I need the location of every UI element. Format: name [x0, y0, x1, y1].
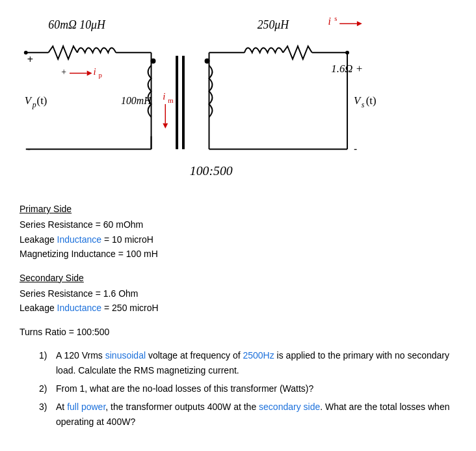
- svg-point-30: [151, 59, 156, 64]
- svg-text:(t): (t): [366, 94, 377, 107]
- secondary-leakage-highlight: Inductance: [57, 303, 102, 313]
- q1-num: 1): [39, 348, 52, 377]
- svg-text:100:500: 100:500: [190, 163, 233, 178]
- svg-text:250μH: 250μH: [258, 18, 290, 31]
- primary-leakage-inductance: Leakage Inductance = 10 microH: [20, 232, 456, 247]
- question-2: 2) From 1, what are the no-load losses o…: [39, 381, 456, 396]
- svg-text:V: V: [25, 94, 33, 107]
- q3-num: 3): [39, 400, 52, 429]
- q3-text: At full power, the transformer outputs 4…: [56, 400, 456, 429]
- secondary-side-heading: Secondary Side: [20, 271, 456, 285]
- q1-text: A 120 Vrms sinusoidal voltage at frequen…: [56, 348, 456, 377]
- text-section: Primary Side Series Resistance = 60 mOhm…: [13, 202, 463, 429]
- q2-num: 2): [39, 381, 52, 396]
- turns-ratio-label: Turns Ratio = 100:500: [20, 325, 456, 339]
- secondary-series-resistance: Series Resistance = 1.6 Ohm: [20, 286, 456, 301]
- primary-magnetizing-inductance: Magnetizing Inductance = 100 mH: [20, 247, 456, 261]
- primary-side-section: Primary Side Series Resistance = 60 mOhm…: [20, 202, 456, 262]
- svg-text:p: p: [98, 71, 101, 79]
- turns-ratio-section: Turns Ratio = 100:500: [20, 325, 456, 339]
- svg-text:V: V: [354, 94, 362, 107]
- svg-text:i: i: [94, 66, 96, 77]
- svg-text:(t): (t): [37, 94, 47, 107]
- svg-text:60mΩ  10μH: 60mΩ 10μH: [48, 18, 106, 31]
- circuit-diagram: 60mΩ 10μH 250μH i s + i p V p (t): [13, 7, 463, 195]
- svg-text:s: s: [362, 100, 365, 109]
- questions-section: 1) A 120 Vrms sinusoidal voltage at freq…: [20, 348, 456, 429]
- svg-text:i: i: [163, 91, 165, 102]
- svg-marker-22: [163, 124, 168, 129]
- svg-text:100mH: 100mH: [121, 95, 152, 106]
- primary-side-heading: Primary Side: [20, 202, 456, 216]
- svg-text:m: m: [168, 96, 174, 104]
- secondary-side-section: Secondary Side Series Resistance = 1.6 O…: [20, 271, 456, 316]
- question-3: 3) At full power, the transformer output…: [39, 400, 456, 429]
- svg-text:i: i: [328, 16, 330, 27]
- svg-marker-12: [87, 71, 92, 76]
- svg-text:p: p: [32, 100, 36, 109]
- svg-marker-5: [357, 21, 362, 26]
- secondary-leakage-inductance: Leakage Inductance = 250 microH: [20, 301, 456, 315]
- primary-leakage-highlight: Inductance: [57, 234, 102, 245]
- primary-series-resistance: Series Resistance = 60 mOhm: [20, 217, 456, 232]
- q2-text: From 1, what are the no-load losses of t…: [56, 381, 313, 396]
- question-1: 1) A 120 Vrms sinusoidal voltage at freq…: [39, 348, 456, 377]
- svg-point-31: [205, 59, 210, 64]
- svg-text:-: -: [354, 143, 357, 154]
- svg-text:s: s: [334, 14, 337, 22]
- svg-text:+: +: [27, 53, 33, 64]
- svg-text:+: +: [61, 67, 66, 77]
